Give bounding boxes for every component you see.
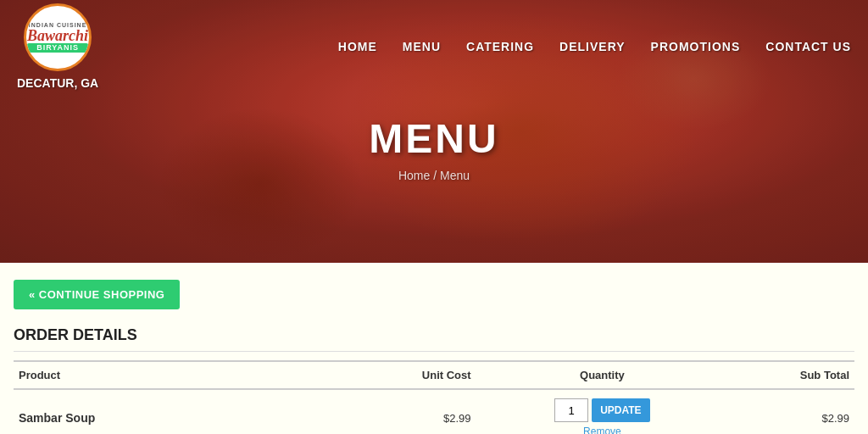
order-table: Product Unit Cost Quantity Sub Total Sam… bbox=[14, 360, 854, 434]
nav-link-menu[interactable]: MENU bbox=[403, 40, 441, 53]
table-header-row: Product Unit Cost Quantity Sub Total bbox=[14, 361, 854, 389]
col-header-product: Product bbox=[14, 361, 350, 389]
nav-link-catering[interactable]: CATERING bbox=[466, 40, 534, 53]
nav-item-promotions[interactable]: PROMOTIONS bbox=[651, 39, 741, 54]
col-header-quantity: Quantity bbox=[476, 361, 729, 389]
nav-link-delivery[interactable]: DELIVERY bbox=[559, 40, 626, 53]
hero-section: INDIAN CUISINE Bawarchi BIRYANIS DECATUR… bbox=[0, 0, 868, 263]
location-label: DECATUR, GA bbox=[17, 76, 98, 90]
main-nav: INDIAN CUISINE Bawarchi BIRYANIS DECATUR… bbox=[0, 0, 868, 93]
breadcrumb: Home / Menu bbox=[398, 169, 470, 182]
logo-brand: Bawarchi bbox=[27, 28, 88, 43]
nav-item-catering[interactable]: CATERING bbox=[466, 39, 534, 54]
remove-link[interactable]: Remove bbox=[481, 426, 724, 434]
breadcrumb-home[interactable]: Home bbox=[398, 169, 430, 182]
nav-links: HOME MENU CATERING DELIVERY PROMOTIONS C… bbox=[338, 39, 851, 54]
hero-title: MENU bbox=[369, 115, 498, 162]
nav-item-home[interactable]: HOME bbox=[338, 39, 377, 54]
product-name: Sambar Soup bbox=[19, 411, 95, 425]
nav-item-delivery[interactable]: DELIVERY bbox=[559, 39, 626, 54]
sub-total-cell: $2.99 bbox=[728, 389, 854, 434]
nav-link-promotions[interactable]: PROMOTIONS bbox=[651, 40, 741, 53]
logo-area: INDIAN CUISINE Bawarchi BIRYANIS DECATUR… bbox=[17, 3, 98, 90]
update-button[interactable]: UPDATE bbox=[592, 398, 649, 422]
order-details-section: ORDER DETAILS Product Unit Cost Quantity… bbox=[14, 326, 854, 434]
nav-link-home[interactable]: HOME bbox=[338, 40, 377, 53]
product-name-cell: Sambar Soup bbox=[14, 389, 350, 434]
continue-shopping-button[interactable]: « CONTINUE SHOPPING bbox=[14, 280, 180, 309]
col-header-unit-cost: Unit Cost bbox=[350, 361, 476, 389]
nav-link-contact[interactable]: CONTACT US bbox=[765, 40, 851, 53]
quantity-input[interactable] bbox=[554, 398, 588, 422]
quantity-controls: UPDATE bbox=[481, 398, 724, 422]
logo-sub: BIRYANIS bbox=[27, 43, 88, 53]
content-area: « CONTINUE SHOPPING ORDER DETAILS Produc… bbox=[0, 263, 868, 434]
logo-circle: INDIAN CUISINE Bawarchi BIRYANIS bbox=[24, 3, 92, 71]
table-row: Sambar Soup $2.99 UPDATE Remove $2.99 bbox=[14, 389, 854, 434]
breadcrumb-current: Menu bbox=[440, 169, 470, 182]
nav-item-menu[interactable]: MENU bbox=[403, 39, 441, 54]
quantity-cell: UPDATE Remove bbox=[476, 389, 729, 434]
logo-inner: INDIAN CUISINE Bawarchi BIRYANIS bbox=[27, 22, 88, 53]
col-header-sub-total: Sub Total bbox=[728, 361, 854, 389]
unit-cost-cell: $2.99 bbox=[350, 389, 476, 434]
nav-item-contact[interactable]: CONTACT US bbox=[765, 39, 851, 54]
order-details-title: ORDER DETAILS bbox=[14, 326, 854, 352]
breadcrumb-sep: / bbox=[430, 169, 440, 182]
